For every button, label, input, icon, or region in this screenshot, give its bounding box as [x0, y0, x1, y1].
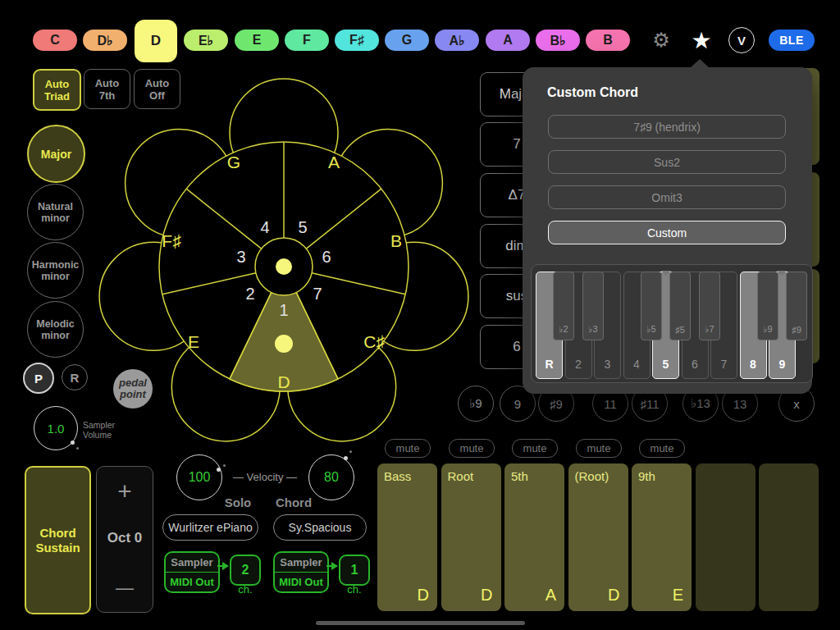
chord-velocity-knob[interactable]: 80	[308, 454, 354, 500]
scale-natural-minor-button[interactable]: Natural minor	[27, 184, 84, 240]
chord-sustain-button[interactable]: Chord Sustain	[25, 466, 91, 614]
sampler-label: Sampler	[171, 556, 212, 568]
scale-major-button[interactable]: Major	[27, 125, 85, 183]
arrow-icon	[331, 562, 338, 570]
ble-button[interactable]: BLE	[769, 30, 815, 51]
key-b9[interactable]: ♭9	[757, 272, 778, 340]
note-button-b[interactable]: B	[586, 30, 630, 51]
sampler-volume-label: Sampler Volume	[83, 420, 115, 440]
preset-omit3-button[interactable]: Omit3	[548, 185, 786, 209]
divider	[275, 572, 327, 573]
voice-pad-bass[interactable]: Bass D	[377, 463, 437, 611]
wheel-note-a: A	[328, 153, 340, 171]
mute-button[interactable]: mute	[639, 439, 685, 458]
star-icon[interactable]: ★	[689, 28, 714, 52]
octave-marker	[661, 271, 671, 276]
wheel-hub-dot	[276, 258, 292, 275]
auto-triad-button[interactable]: Auto Triad	[33, 69, 81, 111]
note-button-g[interactable]: G	[385, 30, 429, 51]
voice-pad-5th[interactable]: 5th A	[504, 463, 564, 611]
octave-up-button[interactable]: +	[97, 475, 153, 508]
octave-value: Oct 0	[97, 526, 153, 550]
solo-section-label: Solo	[215, 495, 261, 509]
solo-instrument-select[interactable]: Wurlitzer ePiano	[162, 514, 258, 541]
divider	[166, 572, 218, 573]
note-button-a[interactable]: A	[486, 30, 530, 51]
home-indicator[interactable]	[316, 621, 525, 625]
custom-chord-keyboard: R 2 3 4 5 6 7 8 9 ♭2 ♭3 ♭5 ♯5 ♭7 ♭9 ♯9	[531, 264, 813, 383]
midi-out-label: MIDI Out	[170, 576, 213, 588]
velocity-label: — Velocity —	[230, 469, 300, 484]
wheel-note-e: E	[188, 332, 199, 351]
chord-section-label: Chord	[271, 495, 317, 509]
wheel-note-b: B	[390, 231, 402, 250]
voice-note-label: D	[481, 586, 492, 605]
preset-custom-button[interactable]: Custom	[548, 221, 786, 244]
key-s5[interactable]: ♯5	[669, 272, 691, 340]
key-b2[interactable]: ♭2	[553, 272, 574, 340]
note-button-e[interactable]: E	[235, 30, 279, 51]
key-b7[interactable]: ♭7	[699, 272, 720, 340]
pedal-point-button[interactable]: pedal point	[113, 369, 153, 409]
scale-harmonic-minor-button[interactable]: Harmonic minor	[27, 242, 84, 299]
note-button-fs[interactable]: F♯	[335, 30, 379, 51]
octave-marker	[777, 271, 787, 276]
arrow-icon	[222, 562, 229, 570]
preset-sus2-button[interactable]: Sus2	[548, 150, 786, 174]
solo-channel-box[interactable]: 2	[230, 555, 261, 586]
key-b5[interactable]: ♭5	[641, 272, 662, 340]
wheel-degree-6: 6	[322, 248, 331, 266]
popup-title: Custom Chord	[547, 85, 638, 100]
note-button-db[interactable]: D♭	[83, 30, 127, 51]
voice-pad-root2[interactable]: (Root) D	[568, 463, 628, 611]
key-b3[interactable]: ♭3	[582, 272, 604, 340]
wheel-selected-dot	[275, 335, 293, 353]
octave-control: + Oct 0 —	[96, 466, 153, 613]
scale-melodic-minor-button[interactable]: Melodic minor	[27, 301, 84, 358]
wheel-note-d: D	[277, 372, 290, 391]
voice-note-label: D	[418, 586, 429, 605]
knob-indicator-dot	[344, 456, 348, 460]
preset-7s9-button[interactable]: 7♯9 (hendrix)	[548, 115, 786, 139]
wheel-degree-5: 5	[298, 218, 307, 236]
extension-b9-button[interactable]: ♭9	[458, 386, 494, 422]
note-button-f[interactable]: F	[285, 30, 329, 51]
chord-sampler-midi-button[interactable]: Sampler MIDI Out	[273, 551, 329, 593]
sampler-label: Sampler	[280, 556, 322, 568]
note-button-eb[interactable]: E♭	[184, 30, 228, 51]
chord-instrument-select[interactable]: Sy.Spacious	[273, 514, 367, 541]
note-button-ab[interactable]: A♭	[435, 30, 479, 51]
wheel-note-fs: F♯	[162, 231, 181, 250]
key-s9[interactable]: ♯9	[786, 272, 807, 340]
wheel-note-g: G	[227, 153, 240, 171]
solo-velocity-knob[interactable]: 100	[176, 454, 222, 500]
solo-sampler-midi-button[interactable]: Sampler MIDI Out	[164, 551, 220, 593]
knob-indicator-dot	[217, 468, 221, 472]
note-button-c[interactable]: C	[33, 30, 77, 51]
voice-role-label: (Root)	[575, 469, 609, 483]
mute-button[interactable]: mute	[512, 439, 558, 458]
gear-icon[interactable]: ⚙	[649, 28, 673, 52]
octave-down-button[interactable]: —	[97, 572, 153, 605]
voice-role-label: 9th	[638, 469, 655, 483]
note-button-bb[interactable]: B♭	[536, 30, 580, 51]
wheel-degree-3: 3	[236, 248, 245, 266]
voice-pad-root[interactable]: Root D	[441, 463, 501, 611]
knob-indicator-dot	[223, 464, 226, 467]
voice-button[interactable]: V	[728, 27, 755, 53]
voice-note-label: D	[608, 586, 619, 605]
p-toggle-button[interactable]: P	[23, 363, 54, 394]
solo-channel-label: ch.	[231, 583, 259, 596]
voice-note-label: E	[673, 586, 683, 605]
chord-channel-box[interactable]: 1	[339, 555, 370, 586]
note-button-d-selected[interactable]: D	[135, 20, 177, 62]
mute-button[interactable]: mute	[576, 439, 622, 458]
knob-indicator-dot	[76, 447, 79, 450]
chord-channel-label: ch.	[340, 583, 368, 596]
voice-pad-empty[interactable]	[759, 463, 819, 611]
r-toggle-button[interactable]: R	[62, 364, 88, 390]
voice-pad-empty[interactable]	[696, 463, 756, 611]
custom-chord-popup: Custom Chord 7♯9 (hendrix) Sus2 Omit3 Cu…	[523, 67, 812, 394]
wheel-degree-1: 1	[279, 301, 288, 319]
voice-pad-9th[interactable]: 9th E	[632, 463, 692, 611]
